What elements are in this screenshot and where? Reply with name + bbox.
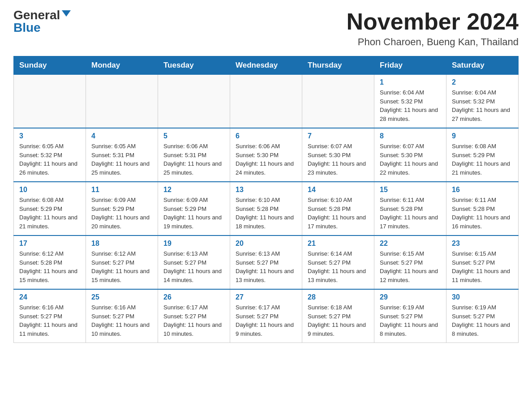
day-info: Sunrise: 6:16 AM Sunset: 5:27 PM Dayligh…: [19, 303, 80, 338]
day-number: 8: [380, 132, 441, 140]
calendar-cell: [86, 75, 158, 128]
calendar-cell: 5Sunrise: 6:06 AM Sunset: 5:31 PM Daylig…: [158, 128, 230, 182]
day-info: Sunrise: 6:11 AM Sunset: 5:28 PM Dayligh…: [380, 196, 441, 231]
calendar-cell: 19Sunrise: 6:13 AM Sunset: 5:27 PM Dayli…: [158, 235, 230, 289]
calendar-cell: 8Sunrise: 6:07 AM Sunset: 5:30 PM Daylig…: [374, 128, 446, 182]
calendar-cell: 3Sunrise: 6:05 AM Sunset: 5:32 PM Daylig…: [14, 128, 86, 182]
day-number: 28: [308, 293, 369, 301]
logo: General Blue: [13, 9, 71, 34]
day-number: 12: [163, 186, 224, 194]
day-info: Sunrise: 6:15 AM Sunset: 5:27 PM Dayligh…: [380, 249, 441, 284]
day-number: 6: [236, 132, 296, 140]
day-info: Sunrise: 6:10 AM Sunset: 5:28 PM Dayligh…: [308, 196, 369, 231]
day-info: Sunrise: 6:16 AM Sunset: 5:27 PM Dayligh…: [91, 303, 152, 338]
logo-triangle-icon: [62, 10, 71, 17]
day-info: Sunrise: 6:14 AM Sunset: 5:27 PM Dayligh…: [308, 249, 369, 284]
calendar-cell: 7Sunrise: 6:07 AM Sunset: 5:30 PM Daylig…: [302, 128, 374, 182]
calendar-table: SundayMondayTuesdayWednesdayThursdayFrid…: [13, 56, 519, 343]
calendar-cell: [14, 75, 86, 128]
day-info: Sunrise: 6:13 AM Sunset: 5:27 PM Dayligh…: [163, 249, 224, 284]
day-number: 7: [308, 132, 369, 140]
calendar-title: November 2024: [347, 9, 519, 34]
logo-blue: Blue: [13, 21, 41, 34]
calendar-cell: 18Sunrise: 6:12 AM Sunset: 5:27 PM Dayli…: [86, 235, 158, 289]
day-info: Sunrise: 6:10 AM Sunset: 5:28 PM Dayligh…: [236, 196, 296, 231]
day-number: 9: [452, 132, 513, 140]
day-number: 10: [19, 186, 80, 194]
calendar-cell: [302, 75, 374, 128]
calendar-cell: [230, 75, 302, 128]
day-info: Sunrise: 6:13 AM Sunset: 5:27 PM Dayligh…: [236, 249, 296, 284]
day-info: Sunrise: 6:15 AM Sunset: 5:27 PM Dayligh…: [452, 249, 513, 284]
week-row-1: 1Sunrise: 6:04 AM Sunset: 5:32 PM Daylig…: [14, 75, 519, 128]
day-number: 5: [163, 132, 224, 140]
calendar-cell: 24Sunrise: 6:16 AM Sunset: 5:27 PM Dayli…: [14, 289, 86, 343]
calendar-cell: 14Sunrise: 6:10 AM Sunset: 5:28 PM Dayli…: [302, 182, 374, 235]
header-tuesday: Tuesday: [158, 56, 230, 75]
day-info: Sunrise: 6:18 AM Sunset: 5:27 PM Dayligh…: [308, 303, 369, 338]
calendar-cell: [158, 75, 230, 128]
calendar-cell: 22Sunrise: 6:15 AM Sunset: 5:27 PM Dayli…: [374, 235, 446, 289]
day-number: 17: [19, 240, 80, 248]
calendar-cell: 9Sunrise: 6:08 AM Sunset: 5:29 PM Daylig…: [446, 128, 519, 182]
logo-general: General: [13, 9, 60, 21]
day-number: 26: [163, 293, 224, 301]
header-row: SundayMondayTuesdayWednesdayThursdayFrid…: [14, 56, 519, 75]
day-number: 1: [380, 78, 441, 86]
week-row-4: 17Sunrise: 6:12 AM Sunset: 5:28 PM Dayli…: [14, 235, 519, 289]
day-info: Sunrise: 6:11 AM Sunset: 5:28 PM Dayligh…: [452, 196, 513, 231]
calendar-cell: 4Sunrise: 6:05 AM Sunset: 5:31 PM Daylig…: [86, 128, 158, 182]
day-info: Sunrise: 6:19 AM Sunset: 5:27 PM Dayligh…: [452, 303, 513, 338]
calendar-cell: 1Sunrise: 6:04 AM Sunset: 5:32 PM Daylig…: [374, 75, 446, 128]
day-info: Sunrise: 6:17 AM Sunset: 5:27 PM Dayligh…: [236, 303, 296, 338]
day-info: Sunrise: 6:12 AM Sunset: 5:27 PM Dayligh…: [91, 249, 152, 284]
header-friday: Friday: [374, 56, 446, 75]
header-thursday: Thursday: [302, 56, 374, 75]
day-info: Sunrise: 6:06 AM Sunset: 5:30 PM Dayligh…: [236, 142, 296, 177]
day-number: 30: [452, 293, 513, 301]
day-info: Sunrise: 6:08 AM Sunset: 5:29 PM Dayligh…: [19, 196, 80, 231]
day-info: Sunrise: 6:05 AM Sunset: 5:31 PM Dayligh…: [91, 142, 152, 177]
calendar-cell: 11Sunrise: 6:09 AM Sunset: 5:29 PM Dayli…: [86, 182, 158, 235]
calendar-cell: 2Sunrise: 6:04 AM Sunset: 5:32 PM Daylig…: [446, 75, 519, 128]
calendar-cell: 16Sunrise: 6:11 AM Sunset: 5:28 PM Dayli…: [446, 182, 519, 235]
day-info: Sunrise: 6:04 AM Sunset: 5:32 PM Dayligh…: [452, 88, 513, 123]
day-info: Sunrise: 6:17 AM Sunset: 5:27 PM Dayligh…: [163, 303, 224, 338]
day-number: 14: [308, 186, 369, 194]
calendar-cell: 13Sunrise: 6:10 AM Sunset: 5:28 PM Dayli…: [230, 182, 302, 235]
calendar-cell: 17Sunrise: 6:12 AM Sunset: 5:28 PM Dayli…: [14, 235, 86, 289]
day-number: 23: [452, 240, 513, 248]
calendar-cell: 23Sunrise: 6:15 AM Sunset: 5:27 PM Dayli…: [446, 235, 519, 289]
calendar-cell: 25Sunrise: 6:16 AM Sunset: 5:27 PM Dayli…: [86, 289, 158, 343]
day-number: 16: [452, 186, 513, 194]
header-wednesday: Wednesday: [230, 56, 302, 75]
calendar-cell: 21Sunrise: 6:14 AM Sunset: 5:27 PM Dayli…: [302, 235, 374, 289]
day-info: Sunrise: 6:12 AM Sunset: 5:28 PM Dayligh…: [19, 249, 80, 284]
week-row-5: 24Sunrise: 6:16 AM Sunset: 5:27 PM Dayli…: [14, 289, 519, 343]
title-area: November 2024 Phon Charoen, Bueng Kan, T…: [347, 9, 519, 48]
calendar-body: 1Sunrise: 6:04 AM Sunset: 5:32 PM Daylig…: [14, 75, 519, 343]
calendar-cell: 29Sunrise: 6:19 AM Sunset: 5:27 PM Dayli…: [374, 289, 446, 343]
calendar-cell: 26Sunrise: 6:17 AM Sunset: 5:27 PM Dayli…: [158, 289, 230, 343]
day-number: 22: [380, 240, 441, 248]
day-info: Sunrise: 6:06 AM Sunset: 5:31 PM Dayligh…: [163, 142, 224, 177]
day-info: Sunrise: 6:07 AM Sunset: 5:30 PM Dayligh…: [308, 142, 369, 177]
day-number: 13: [236, 186, 296, 194]
calendar-cell: 6Sunrise: 6:06 AM Sunset: 5:30 PM Daylig…: [230, 128, 302, 182]
day-number: 29: [380, 293, 441, 301]
header-saturday: Saturday: [446, 56, 519, 75]
calendar-cell: 28Sunrise: 6:18 AM Sunset: 5:27 PM Dayli…: [302, 289, 374, 343]
day-number: 27: [236, 293, 296, 301]
day-number: 3: [19, 132, 80, 140]
day-number: 15: [380, 186, 441, 194]
day-number: 11: [91, 186, 152, 194]
day-info: Sunrise: 6:08 AM Sunset: 5:29 PM Dayligh…: [452, 142, 513, 177]
week-row-2: 3Sunrise: 6:05 AM Sunset: 5:32 PM Daylig…: [14, 128, 519, 182]
day-info: Sunrise: 6:19 AM Sunset: 5:27 PM Dayligh…: [380, 303, 441, 338]
calendar-cell: 12Sunrise: 6:09 AM Sunset: 5:29 PM Dayli…: [158, 182, 230, 235]
calendar-cell: 27Sunrise: 6:17 AM Sunset: 5:27 PM Dayli…: [230, 289, 302, 343]
day-number: 24: [19, 293, 80, 301]
day-number: 20: [236, 240, 296, 248]
calendar-header: SundayMondayTuesdayWednesdayThursdayFrid…: [14, 56, 519, 75]
week-row-3: 10Sunrise: 6:08 AM Sunset: 5:29 PM Dayli…: [14, 182, 519, 235]
